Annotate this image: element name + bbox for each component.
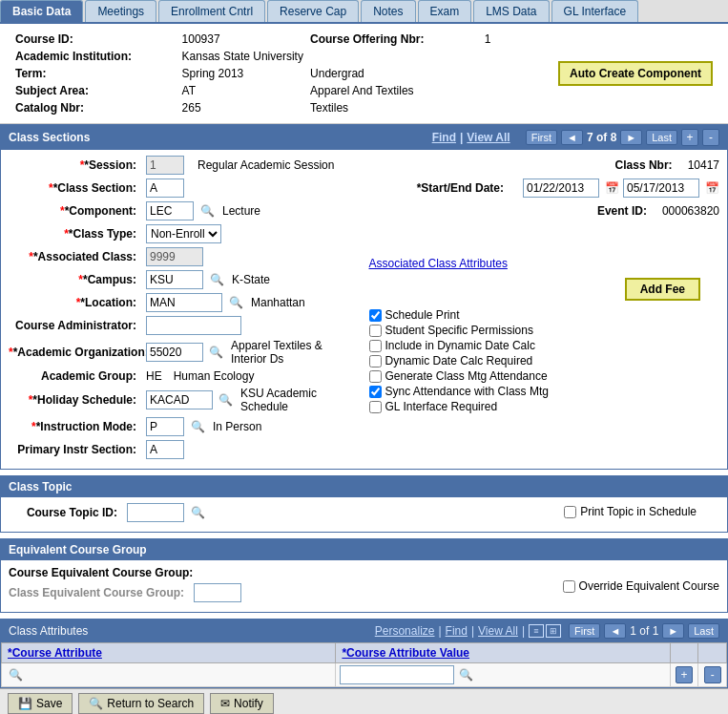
return-search-btn[interactable]: 🔍 Return to Search xyxy=(78,693,204,714)
event-id-label: Event ID: xyxy=(597,204,653,218)
class-equiv-input[interactable] xyxy=(194,583,241,602)
prim-instr-input[interactable] xyxy=(146,440,184,459)
view-all-link[interactable]: View All xyxy=(467,131,510,144)
tab-basic-data[interactable]: Basic Data xyxy=(0,0,83,22)
start-date-input[interactable] xyxy=(523,178,599,198)
attr-prev-btn[interactable]: ◄ xyxy=(604,623,626,639)
add-section-btn[interactable]: + xyxy=(681,129,698,146)
assoc-class-label: *Associated Class: xyxy=(9,250,142,263)
location-lookup-icon[interactable]: 🔍 xyxy=(228,295,243,310)
sections-body: *Session: Regular Academic Session Class… xyxy=(1,150,727,469)
component-input[interactable] xyxy=(146,201,194,220)
session-row: *Session: Regular Academic Session Class… xyxy=(9,156,719,175)
acad-group-row: Academic Group: HE Human Ecology xyxy=(9,369,360,383)
acad-org-input[interactable] xyxy=(146,343,203,362)
campus-input[interactable] xyxy=(146,270,203,289)
gl-interface-checkbox[interactable] xyxy=(369,401,382,413)
col2-header[interactable]: *Course Attribute Value xyxy=(336,643,670,663)
class-nbr-label: Class Nbr: xyxy=(615,158,678,172)
class-section-input[interactable] xyxy=(146,178,184,198)
attr-last-btn[interactable]: Last xyxy=(688,623,719,639)
list-view-icon[interactable]: ≡ xyxy=(529,624,544,638)
assoc-class-input[interactable] xyxy=(146,247,203,266)
component-label: *Component: xyxy=(9,204,142,218)
attr-add-btn[interactable]: + xyxy=(676,666,693,683)
save-icon: 💾 xyxy=(18,697,32,710)
attr-first-btn[interactable]: First xyxy=(569,623,600,639)
course-equiv-label: Course Equivalent Course Group: xyxy=(9,566,198,579)
attr-col1-cell: 🔍 xyxy=(2,663,336,687)
remove-section-btn[interactable]: - xyxy=(702,129,719,146)
override-checkbox[interactable] xyxy=(563,580,575,593)
cal-icon-start[interactable]: 📅 xyxy=(604,180,619,196)
tab-reserve-cap[interactable]: Reserve Cap xyxy=(267,0,359,22)
instr-mode-label: *Instruction Mode: xyxy=(9,420,142,433)
last-nav-btn[interactable]: Last xyxy=(646,130,677,145)
tab-notes[interactable]: Notes xyxy=(361,0,415,22)
class-attr-controls: Personalize | Find | View All | ≡ ⊞ Firs… xyxy=(375,623,719,639)
first-nav-btn[interactable]: First xyxy=(526,130,557,145)
campus-lookup-icon[interactable]: 🔍 xyxy=(209,272,224,287)
attr-col2-lookup-icon[interactable]: 🔍 xyxy=(458,667,473,682)
tab-gl-interface[interactable]: GL Interface xyxy=(551,0,639,22)
find-link[interactable]: Find xyxy=(432,131,456,144)
end-date-input[interactable] xyxy=(623,178,699,198)
session-input[interactable] xyxy=(146,156,184,175)
cal-icon-end[interactable]: 📅 xyxy=(704,180,719,196)
tab-lms-data[interactable]: LMS Data xyxy=(473,0,549,22)
gen-class-mtg-checkbox[interactable] xyxy=(369,370,382,383)
sync-attend-checkbox[interactable] xyxy=(369,386,382,398)
attr-col1-lookup-icon[interactable]: 🔍 xyxy=(8,667,23,682)
attr-view-all-link[interactable]: View All xyxy=(478,624,518,638)
schedule-print-checkbox[interactable] xyxy=(369,309,382,322)
component-lookup-icon[interactable]: 🔍 xyxy=(199,203,215,219)
save-btn[interactable]: 💾 Save xyxy=(8,693,73,714)
dynamic-date-checkbox[interactable] xyxy=(369,355,382,368)
gen-class-mtg-item: Generate Class Mtg Attendance xyxy=(369,369,720,383)
holiday-input[interactable] xyxy=(146,390,213,410)
include-dynamic-checkbox[interactable] xyxy=(369,340,382,352)
term-desc: Undergrad xyxy=(310,67,364,80)
course-admin-label: Course Administrator: xyxy=(9,319,142,332)
auto-create-btn[interactable]: Auto Create Component xyxy=(558,61,713,86)
notify-label: Notify xyxy=(234,697,263,710)
instr-mode-lookup-icon[interactable]: 🔍 xyxy=(190,419,205,434)
class-sections: Class Sections Find | View All First ◄ 7… xyxy=(0,124,728,470)
instr-mode-desc: In Person xyxy=(213,420,261,433)
assoc-class-attr-link[interactable]: Associated Class Attributes xyxy=(369,257,508,270)
tab-enrollment-cntrl[interactable]: Enrollment Cntrl xyxy=(158,0,265,22)
tab-exam[interactable]: Exam xyxy=(418,0,472,22)
next-nav-btn[interactable]: ► xyxy=(620,130,642,145)
personalize-link[interactable]: Personalize xyxy=(375,624,435,638)
notify-btn[interactable]: ✉ Notify xyxy=(210,693,274,714)
grid-view-icon[interactable]: ⊞ xyxy=(546,624,561,638)
attr-next-btn[interactable]: ► xyxy=(662,623,684,639)
course-topic-lookup-icon[interactable]: 🔍 xyxy=(190,505,205,520)
attr-find-link[interactable]: Find xyxy=(446,624,468,638)
course-admin-input[interactable] xyxy=(146,316,241,335)
col-left: *Class Type: Non-Enroll *Associated Clas… xyxy=(9,224,360,463)
class-type-select[interactable]: Non-Enroll xyxy=(146,224,221,243)
subject-desc: Apparel And Textiles xyxy=(310,84,414,97)
holiday-lookup-icon[interactable]: 🔍 xyxy=(218,392,233,408)
tab-meetings[interactable]: Meetings xyxy=(85,0,156,22)
add-fee-btn[interactable]: Add Fee xyxy=(625,278,700,301)
student-perms-item: Student Specific Permissions xyxy=(369,324,720,337)
acad-org-lookup-icon[interactable]: 🔍 xyxy=(209,345,223,360)
course-topic-input[interactable] xyxy=(127,503,184,522)
student-perms-checkbox[interactable] xyxy=(369,325,382,337)
prev-nav-btn[interactable]: ◄ xyxy=(561,130,583,145)
col1-header[interactable]: *Course Attribute xyxy=(2,643,336,663)
attr-page-info: 1 of 1 xyxy=(630,624,658,638)
dynamic-date-item: Dynamic Date Calc Required xyxy=(369,354,720,368)
instr-mode-input[interactable] xyxy=(146,417,184,436)
attr-remove-btn[interactable]: - xyxy=(704,666,721,683)
location-input[interactable] xyxy=(146,293,222,312)
location-row: *Location: 🔍 Manhattan xyxy=(9,293,360,312)
print-topic-checkbox[interactable] xyxy=(564,506,576,518)
assoc-class-attr-container: Associated Class Attributes xyxy=(369,257,720,270)
attr-col1-input-container: 🔍 xyxy=(6,667,331,682)
attr-col2-input[interactable] xyxy=(340,665,454,684)
campus-row: *Campus: 🔍 K-State xyxy=(9,270,360,289)
sync-attend-item: Sync Attendance with Class Mtg xyxy=(369,385,720,398)
